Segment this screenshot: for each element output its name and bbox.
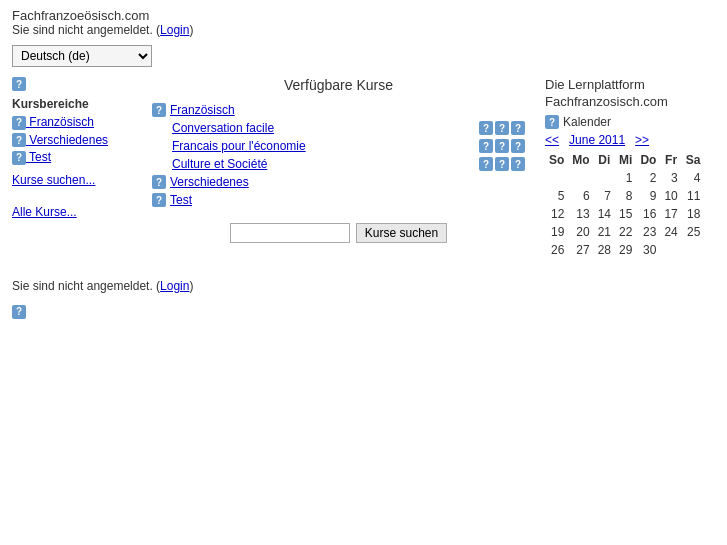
- sidebar-verschiedenes-icon: ?: [12, 133, 26, 147]
- calendar-cell: 15: [615, 205, 636, 223]
- sidebar-help-icon: ?: [12, 77, 26, 91]
- course-link-culture[interactable]: Culture et Société: [172, 157, 267, 171]
- course-icons: ? ? ?: [479, 157, 525, 171]
- sidebar-item-verschiedenes[interactable]: ? Verschiedenes: [12, 133, 132, 148]
- calendar-label: Kalender: [563, 115, 611, 129]
- calendar-row: 567891011: [545, 187, 704, 205]
- course-icon-3: ?: [511, 139, 525, 153]
- calendar-next-link[interactable]: >>: [635, 133, 649, 147]
- sidebar-item-franzosisch[interactable]: ? Französisch: [12, 115, 132, 130]
- calendar-cell: 14: [594, 205, 615, 223]
- course-list: ? Französisch Conversation facile ? ? ? …: [152, 103, 525, 207]
- calendar-row: 2627282930: [545, 241, 704, 259]
- course-icon-3: ?: [511, 121, 525, 135]
- calendar-cell: 7: [594, 187, 615, 205]
- alle-kurse-link[interactable]: Alle Kurse...: [12, 205, 132, 219]
- calendar-cell: 16: [636, 205, 660, 223]
- bottom-not-logged-text: Sie sind nicht angemeldet. (: [12, 279, 160, 293]
- calendar-cell: 30: [636, 241, 660, 259]
- calendar-cell: 12: [545, 205, 568, 223]
- course-link-test[interactable]: Test: [170, 193, 192, 207]
- list-item: Culture et Société ? ? ?: [152, 157, 525, 171]
- calendar-header-row: So Mo Di Mi Do Fr Sa: [545, 151, 704, 169]
- calendar-cell: 9: [636, 187, 660, 205]
- course-icons: ? ? ?: [479, 139, 525, 153]
- sidebar-item-test[interactable]: ? Test: [12, 150, 132, 165]
- course-icon-2: ?: [495, 157, 509, 171]
- course-icon-1: ?: [479, 157, 493, 171]
- cal-th-do: Do: [636, 151, 660, 169]
- course-link-verschiedenes[interactable]: Verschiedenes: [170, 175, 249, 189]
- kalender-row: ? Kalender: [545, 115, 715, 129]
- calendar-cell: 8: [615, 187, 636, 205]
- search-input[interactable]: [230, 223, 350, 243]
- calendar-cell: 23: [636, 223, 660, 241]
- bottom-help-icon: ?: [12, 305, 26, 319]
- cal-th-di: Di: [594, 151, 615, 169]
- course-icon-2: ?: [495, 139, 509, 153]
- course-link-economie[interactable]: Francais pour l'économie: [172, 139, 306, 153]
- cal-th-sa: Sa: [682, 151, 705, 169]
- bottom-login-close: ): [189, 279, 193, 293]
- calendar-help-icon: ?: [545, 115, 559, 129]
- calendar-cell: 20: [568, 223, 593, 241]
- list-item: ? Test: [152, 193, 525, 207]
- calendar-cell: 26: [545, 241, 568, 259]
- calendar-cell: 4: [682, 169, 705, 187]
- calendar-cell: 11: [682, 187, 705, 205]
- calendar-cell: [568, 169, 593, 187]
- course-help-icon: ?: [152, 103, 166, 117]
- login-pre-text: Sie sind nicht angemeldet. (: [12, 23, 160, 37]
- sidebar-franzosisch-icon: ?: [12, 116, 26, 130]
- course-icon-1: ?: [479, 139, 493, 153]
- course-icon-3: ?: [511, 157, 525, 171]
- header-login-link[interactable]: Login: [160, 23, 189, 37]
- calendar-table: So Mo Di Mi Do Fr Sa 1234567891011121314…: [545, 151, 704, 259]
- course-link-conversation[interactable]: Conversation facile: [172, 121, 274, 135]
- calendar-body: 1234567891011121314151617181920212223242…: [545, 169, 704, 259]
- language-select[interactable]: Deutsch (de) English (en) Français (fr): [12, 45, 152, 67]
- search-button[interactable]: Kurse suchen: [356, 223, 447, 243]
- platform-site-name: Fachfranzosisch.com: [545, 94, 715, 109]
- course-help-icon: ?: [152, 193, 166, 207]
- calendar-prev-link[interactable]: <<: [545, 133, 559, 147]
- login-bar: Sie sind nicht angemeldet. (Login): [12, 23, 715, 37]
- site-title: Fachfranzoeösisch.com: [12, 8, 715, 23]
- calendar-cell: 18: [682, 205, 705, 223]
- calendar-cell: [594, 169, 615, 187]
- bottom-login-link[interactable]: Login: [160, 279, 189, 293]
- calendar-cell: 13: [568, 205, 593, 223]
- course-help-icon: ?: [152, 175, 166, 189]
- cal-th-mo: Mo: [568, 151, 593, 169]
- calendar-cell: 19: [545, 223, 568, 241]
- calendar-cell: [545, 169, 568, 187]
- sidebar: ? Kursbereiche ? Französisch ? Verschied…: [12, 77, 142, 259]
- calendar-month-link[interactable]: June 2011: [569, 133, 625, 147]
- calendar-cell: 3: [660, 169, 681, 187]
- login-close-paren: ): [189, 23, 193, 37]
- calendar-nav: << June 2011 >>: [545, 133, 715, 147]
- available-courses-heading: Verfügbare Kurse: [152, 77, 525, 93]
- calendar-cell: [660, 241, 681, 259]
- calendar-row: 1234: [545, 169, 704, 187]
- right-panel: Die Lernplattform Fachfranzosisch.com ? …: [535, 77, 715, 259]
- calendar-cell: 22: [615, 223, 636, 241]
- calendar-cell: 24: [660, 223, 681, 241]
- kurse-suchen-link[interactable]: Kurse suchen...: [12, 173, 132, 187]
- sidebar-icon-row: ?: [12, 77, 132, 91]
- calendar-cell: 21: [594, 223, 615, 241]
- kursbereiche-heading: Kursbereiche: [12, 97, 132, 111]
- sidebar-extra-links: Kurse suchen... Alle Kurse...: [12, 173, 132, 219]
- calendar-cell: 6: [568, 187, 593, 205]
- course-link-franzosisch[interactable]: Französisch: [170, 103, 235, 117]
- calendar-cell: 5: [545, 187, 568, 205]
- calendar-cell: [682, 241, 705, 259]
- list-item: ? Verschiedenes: [152, 175, 525, 189]
- calendar-cell: 2: [636, 169, 660, 187]
- course-icons: ? ? ?: [479, 121, 525, 135]
- search-bar: Kurse suchen: [152, 223, 525, 243]
- course-icon-1: ?: [479, 121, 493, 135]
- calendar-cell: 10: [660, 187, 681, 205]
- cal-th-so: So: [545, 151, 568, 169]
- list-item: ? Französisch: [152, 103, 525, 117]
